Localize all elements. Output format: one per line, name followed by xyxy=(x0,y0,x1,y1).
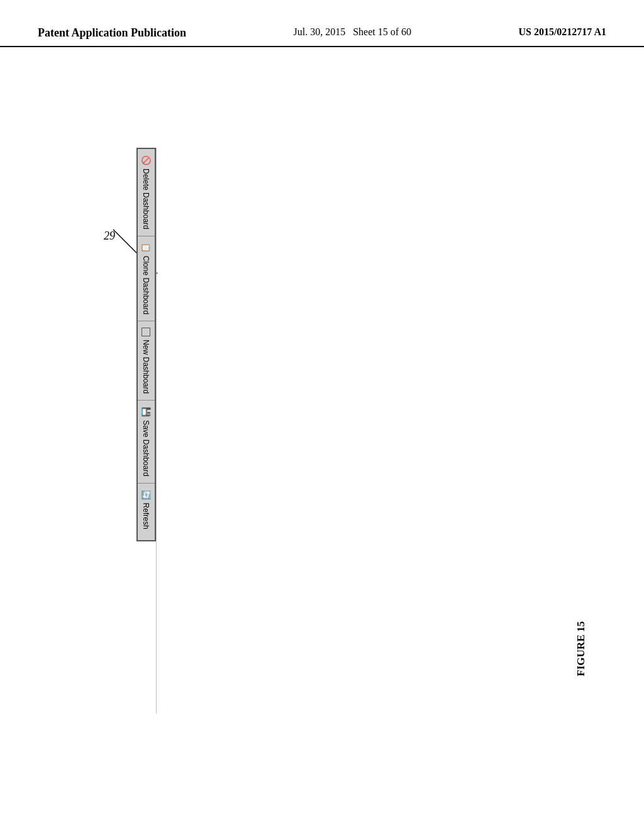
publication-date: Jul. 30, 2015 Sheet 15 of 60 xyxy=(293,25,411,39)
page-header: Patent Application Publication Jul. 30, … xyxy=(0,0,644,47)
main-content: 29 🚫 Delete Dashboard 📋 Clone Dashboard … xyxy=(0,47,644,802)
delete-icon: 🚫 xyxy=(142,155,151,165)
save-dashboard-label: Save Dashboard xyxy=(142,420,151,476)
new-dashboard-label: New Dashboard xyxy=(142,340,151,394)
clone-icon: 📋 xyxy=(142,243,151,253)
vertical-line xyxy=(156,148,157,714)
figure-label: FIGURE 15 xyxy=(575,621,587,676)
publication-number: US 2015/0212717 A1 xyxy=(518,25,606,39)
toolbar-container: 🚫 Delete Dashboard 📋 Clone Dashboard New… xyxy=(136,148,156,541)
new-dashboard-button[interactable]: New Dashboard xyxy=(138,321,155,401)
toolbar: 🚫 Delete Dashboard 📋 Clone Dashboard New… xyxy=(136,148,156,541)
delete-dashboard-label: Delete Dashboard xyxy=(142,169,151,230)
refresh-icon: 🔄 xyxy=(142,490,151,500)
publication-title: Patent Application Publication xyxy=(38,25,186,41)
save-icon: 💾 xyxy=(142,407,151,417)
clone-dashboard-button[interactable]: 📋 Clone Dashboard xyxy=(138,236,155,321)
refresh-label: Refresh xyxy=(142,503,151,529)
clone-dashboard-label: Clone Dashboard xyxy=(142,256,151,314)
refresh-button[interactable]: 🔄 Refresh xyxy=(138,484,155,540)
save-dashboard-button[interactable]: 💾 Save Dashboard xyxy=(138,401,155,483)
delete-dashboard-button[interactable]: 🚫 Delete Dashboard xyxy=(138,149,155,236)
new-icon xyxy=(142,328,151,336)
